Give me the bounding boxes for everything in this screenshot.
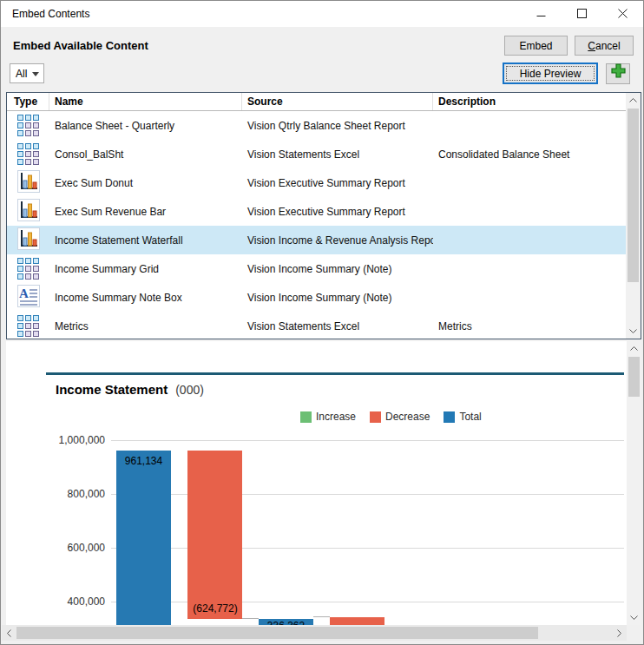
scrollbar-thumb[interactable] — [628, 109, 639, 282]
grid-icon — [17, 143, 39, 165]
column-header-type[interactable]: Type — [7, 93, 49, 110]
legend-label: Increase — [316, 411, 356, 423]
chart-title-text: Income Statement — [56, 382, 168, 397]
content-table: Type Name Source Description Balance She… — [6, 92, 641, 339]
table-header: Type Name Source Description — [7, 93, 641, 111]
add-content-button[interactable] — [606, 63, 630, 84]
filter-dropdown[interactable]: All — [10, 63, 44, 83]
cell-source: Vision Executive Summary Report — [242, 177, 433, 189]
cell-source: Vision Executive Summary Report — [242, 206, 433, 218]
cell-description: Metrics — [433, 320, 626, 332]
table-scrollbar[interactable] — [626, 93, 641, 339]
legend-item-decrease: Decrease — [370, 411, 430, 423]
cell-description: Consolidated Balance Sheet — [433, 148, 626, 161]
chart-legend: Increase Decrease Total — [300, 411, 482, 423]
cell-name: Consol_BalSht — [49, 148, 242, 161]
minimize-button[interactable] — [521, 1, 562, 27]
grid-icon — [17, 315, 39, 337]
scroll-up-arrow[interactable] — [627, 341, 641, 356]
gridline — [111, 440, 624, 441]
embed-contents-dialog: Embed Contents Embed Available Content E… — [0, 0, 644, 645]
table-row[interactable]: Exec Sum Donut Vision Executive Summary … — [7, 168, 641, 197]
scroll-down-arrow[interactable] — [627, 610, 641, 625]
y-axis-tick: 800,000 — [11, 488, 105, 500]
preview-vertical-scrollbar[interactable] — [627, 341, 641, 625]
cell-name: Exec Sum Donut — [49, 177, 242, 189]
legend-label: Decrease — [385, 411, 430, 423]
chart-top-rule — [46, 372, 624, 375]
chevron-down-icon — [32, 72, 39, 76]
scroll-up-arrow[interactable] — [626, 93, 641, 108]
scrollbar-thumb[interactable] — [628, 357, 640, 397]
embed-button[interactable]: Embed — [504, 36, 568, 56]
table-row-selected[interactable]: Income Statement Waterfall Vision Income… — [7, 226, 641, 254]
grid-icon — [17, 258, 39, 280]
bar-decrease — [187, 451, 242, 619]
waterfall-connector — [313, 616, 330, 617]
minimize-icon — [536, 6, 546, 22]
cancel-button[interactable]: Cancel — [575, 36, 634, 56]
cell-name: Income Summary Note Box — [49, 292, 242, 304]
chart-units-label: (000) — [175, 383, 204, 397]
cell-source: Vision Statements Excel — [242, 320, 433, 332]
scrollbar-thumb[interactable] — [16, 627, 538, 639]
y-axis-tick: 600,000 — [11, 542, 105, 554]
scroll-left-arrow[interactable] — [2, 625, 16, 641]
table-row[interactable]: Exec Sum Revenue Bar Vision Executive Su… — [7, 197, 641, 226]
cell-source: Vision Income Summary (Note) — [242, 263, 433, 275]
close-icon — [618, 6, 628, 22]
cell-name: Income Summary Grid — [49, 263, 242, 275]
table-row[interactable]: Consol_BalSht Vision Statements Excel Co… — [7, 140, 641, 168]
dialog-heading: Embed Available Content — [13, 39, 148, 52]
bar-chart-icon — [17, 227, 40, 253]
column-header-name[interactable]: Name — [49, 93, 242, 110]
table-row[interactable]: Metrics Vision Statements Excel Metrics — [7, 312, 641, 340]
preview-horizontal-scrollbar[interactable] — [2, 625, 627, 641]
y-axis-tick: 400,000 — [11, 596, 105, 608]
bar-chart-icon — [17, 170, 40, 195]
decrease-swatch-icon — [370, 411, 381, 423]
cell-name: Exec Sum Revenue Bar — [49, 206, 242, 218]
legend-item-increase: Increase — [300, 411, 356, 423]
close-button[interactable] — [602, 1, 643, 27]
grid-icon — [17, 115, 39, 136]
cell-source: Vision Income & Revenue Analysis Report — [242, 234, 433, 247]
table-row[interactable]: Balance Sheet - Quarterly Vision Qtrly B… — [7, 111, 641, 140]
svg-text:A: A — [19, 286, 29, 300]
table-row[interactable]: Income Summary Grid Vision Income Summar… — [7, 254, 641, 283]
note-icon: A — [17, 285, 40, 310]
bar-value-label: (624,772) — [176, 602, 254, 615]
total-swatch-icon — [444, 411, 455, 423]
scroll-down-arrow[interactable] — [626, 324, 641, 339]
bar-decrease — [330, 617, 384, 625]
column-header-description[interactable]: Description — [433, 93, 626, 110]
maximize-icon — [577, 6, 587, 22]
chart-title: Income Statement(000) — [56, 382, 204, 397]
maximize-button[interactable] — [562, 1, 602, 27]
waterfall-connector — [242, 618, 259, 619]
filter-value: All — [16, 68, 27, 80]
bar-chart-icon — [17, 199, 40, 224]
cell-name: Metrics — [49, 320, 242, 332]
cell-name: Income Statement Waterfall — [49, 234, 242, 247]
cell-source: Vision Income Summary (Note) — [242, 292, 433, 304]
scroll-right-arrow[interactable] — [612, 625, 627, 641]
scrollbar-corner — [627, 625, 644, 641]
hide-preview-button[interactable]: Hide Preview — [503, 63, 598, 84]
bar-value-label: 961,134 — [116, 455, 171, 467]
chart-preview-panel: Income Statement(000) Increase Decrease … — [6, 341, 627, 625]
cell-name: Balance Sheet - Quarterly — [49, 120, 242, 132]
legend-item-total: Total — [444, 411, 481, 423]
cell-source: Vision Qtrly Balance Sheet Report — [242, 120, 433, 132]
column-header-source[interactable]: Source — [242, 93, 433, 110]
cell-source: Vision Statements Excel — [242, 148, 433, 161]
increase-swatch-icon — [300, 411, 312, 423]
legend-label: Total — [459, 411, 481, 423]
plus-icon — [610, 63, 627, 85]
y-axis-tick: 1,000,000 — [11, 434, 105, 446]
hide-preview-label: Hide Preview — [520, 68, 582, 80]
table-row[interactable]: A Income Summary Note Box Vision Income … — [7, 283, 641, 312]
bar-total-revenue — [116, 451, 171, 625]
titlebar: Embed Contents — [1, 1, 643, 27]
window-title: Embed Contents — [12, 8, 89, 20]
